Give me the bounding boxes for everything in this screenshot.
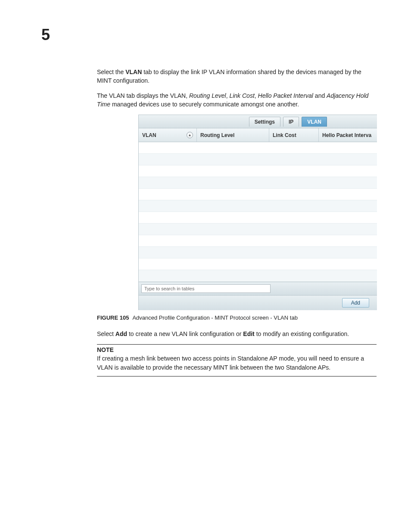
figure-caption: FIGURE 105Advanced Profile Configuration… bbox=[97, 314, 377, 321]
italic-hello-packet-interval: Hello Packet Interval bbox=[258, 92, 313, 99]
note-rule-bottom bbox=[97, 376, 377, 376]
column-header-vlan-label: VLAN bbox=[142, 132, 156, 138]
table-row[interactable] bbox=[139, 189, 377, 200]
note-heading: NOTE bbox=[97, 346, 377, 353]
text: Select bbox=[97, 330, 115, 337]
tab-bar: Settings IP VLAN bbox=[139, 115, 377, 128]
figure-caption-text: Advanced Profile Configuration - MINT Pr… bbox=[132, 314, 297, 321]
column-header-link-cost[interactable]: Link Cost bbox=[269, 128, 319, 142]
table-row[interactable] bbox=[139, 165, 377, 177]
table-row[interactable] bbox=[139, 154, 377, 165]
paragraph-add-edit: Select Add to create a new VLAN link con… bbox=[97, 330, 377, 338]
text: to create a new VLAN link configuration … bbox=[127, 330, 243, 337]
bold-vlan: VLAN bbox=[125, 68, 142, 75]
text: and bbox=[313, 92, 327, 99]
table-row[interactable] bbox=[139, 247, 377, 258]
italic-routing-level: Routing Level bbox=[189, 92, 226, 99]
text: The VLAN tab displays the VLAN, bbox=[97, 92, 189, 99]
add-button[interactable]: Add bbox=[342, 298, 369, 308]
text: to modify an existing configuration. bbox=[255, 330, 349, 337]
search-bar bbox=[139, 282, 377, 295]
bold-add: Add bbox=[115, 330, 127, 337]
figure-screenshot: Settings IP VLAN VLAN ▲ Routing Level Li… bbox=[138, 115, 377, 310]
table-row[interactable] bbox=[139, 224, 377, 235]
column-header-vlan[interactable]: VLAN ▲ bbox=[139, 128, 197, 142]
table-row[interactable] bbox=[139, 235, 377, 247]
column-header-routing-level[interactable]: Routing Level bbox=[197, 128, 269, 142]
table-row[interactable] bbox=[139, 258, 377, 270]
text: , bbox=[255, 92, 258, 99]
sort-ascending-icon[interactable]: ▲ bbox=[187, 132, 193, 138]
table-row[interactable] bbox=[139, 177, 377, 189]
tab-settings[interactable]: Settings bbox=[249, 117, 280, 127]
column-header-hello-packet-interval[interactable]: Hello Packet Interva bbox=[319, 128, 377, 142]
text: Select the bbox=[97, 68, 125, 75]
note-rule-top bbox=[97, 344, 377, 345]
figure-label: FIGURE 105 bbox=[97, 314, 129, 321]
tab-vlan[interactable]: VLAN bbox=[302, 117, 327, 127]
table-row[interactable] bbox=[139, 212, 377, 224]
table-body bbox=[139, 142, 377, 282]
note-text: If creating a mesh link between two acce… bbox=[97, 354, 377, 372]
table-row[interactable] bbox=[139, 142, 377, 154]
text: managed devices use to securely communic… bbox=[110, 101, 299, 108]
italic-link-cost: Link Cost bbox=[229, 92, 254, 99]
search-input[interactable] bbox=[141, 284, 271, 293]
paragraph-columns: The VLAN tab displays the VLAN, Routing … bbox=[97, 91, 377, 109]
paragraph-intro: Select the VLAN tab to display the link … bbox=[97, 68, 377, 85]
table-row[interactable] bbox=[139, 270, 377, 282]
chapter-number: 5 bbox=[41, 26, 377, 44]
table-header-row: VLAN ▲ Routing Level Link Cost Hello Pac… bbox=[139, 128, 377, 142]
tab-ip[interactable]: IP bbox=[283, 117, 299, 127]
footer-bar: Add bbox=[139, 295, 377, 310]
bold-edit: Edit bbox=[243, 330, 254, 337]
table-row[interactable] bbox=[139, 200, 377, 212]
